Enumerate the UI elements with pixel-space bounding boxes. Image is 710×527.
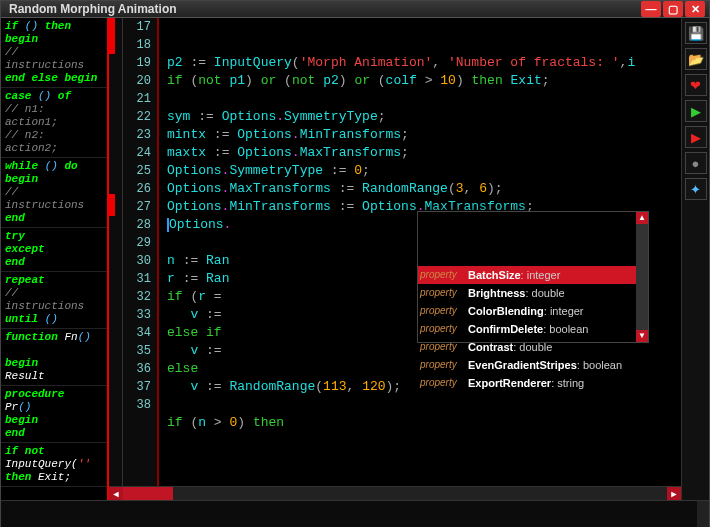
line-number[interactable]: 33 (123, 306, 151, 324)
line-number[interactable]: 21 (123, 90, 151, 108)
line-number[interactable]: 24 (123, 144, 151, 162)
line-number[interactable]: 23 (123, 126, 151, 144)
snippet-item[interactable]: tryexceptend; (1, 228, 107, 272)
breakpoint-marker[interactable] (109, 18, 115, 54)
output-panel[interactable] (1, 500, 709, 527)
line-number[interactable]: 30 (123, 252, 151, 270)
code-line[interactable] (167, 396, 681, 414)
snippet-item[interactable]: if () then begin// instructionsend else … (1, 18, 107, 88)
line-number[interactable]: 27 (123, 198, 151, 216)
code-editor[interactable]: 1718192021222324252627282930313233343536… (109, 18, 681, 486)
upper-pane: if () then begin// instructionsend else … (1, 18, 709, 500)
snippet-item[interactable]: case () of// n1: action1;// n2: action2; (1, 88, 107, 158)
app-window: Random Morphing Animation — ▢ ✕ if () th… (0, 0, 710, 527)
line-number[interactable]: 22 (123, 108, 151, 126)
code-line[interactable]: if (not p1) or (not p2) or (colf > 10) t… (167, 72, 681, 90)
code-line[interactable] (167, 90, 681, 108)
line-number[interactable]: 20 (123, 72, 151, 90)
line-number[interactable]: 29 (123, 234, 151, 252)
right-toolbar: 💾📂❤▶▶●✦ (681, 18, 709, 500)
snippets-sidebar[interactable]: if () then begin// instructionsend else … (1, 18, 109, 500)
scroll-track[interactable] (123, 487, 667, 501)
open-icon[interactable]: 📂 (685, 48, 707, 70)
run-icon[interactable]: ▶ (685, 100, 707, 122)
line-number[interactable]: 28 (123, 216, 151, 234)
maximize-button[interactable]: ▢ (663, 1, 683, 17)
code-line[interactable] (167, 432, 681, 450)
line-number[interactable]: 26 (123, 180, 151, 198)
code-line[interactable]: if (n > 0) then (167, 414, 681, 432)
editor-hscrollbar[interactable]: ◄ ► (109, 486, 681, 500)
line-number[interactable]: 37 (123, 378, 151, 396)
code-line[interactable]: mintx := Options.MinTransforms; (167, 126, 681, 144)
scroll-left-icon[interactable]: ◄ (109, 487, 123, 501)
autocomplete-popup[interactable]: ▲ ▼ property BatchSize: integerproperty … (417, 211, 649, 343)
code-line[interactable]: Options.SymmetryType := 0; (167, 162, 681, 180)
autocomplete-item[interactable]: property ColorBlending: integer (418, 302, 648, 320)
autocomplete-item[interactable]: property ConfirmDelete: boolean (418, 320, 648, 338)
line-number[interactable]: 31 (123, 270, 151, 288)
scroll-down-icon[interactable]: ▼ (636, 330, 648, 342)
line-number[interactable]: 36 (123, 360, 151, 378)
scroll-right-icon[interactable]: ► (667, 487, 681, 501)
snippet-item[interactable]: if notInputQuery('',then Exit; (1, 443, 107, 487)
line-number[interactable]: 38 (123, 396, 151, 414)
fold-ruler[interactable] (109, 18, 123, 486)
line-number[interactable]: 18 (123, 36, 151, 54)
autocomplete-item[interactable]: property Contrast: double (418, 338, 648, 356)
sparkle-icon[interactable]: ✦ (685, 178, 707, 200)
line-number[interactable]: 19 (123, 54, 151, 72)
snippet-item[interactable]: repeat// instructionsuntil (); (1, 272, 107, 329)
snippet-item[interactable]: while () do begin// instructionsend; (1, 158, 107, 228)
heart-icon[interactable]: ❤ (685, 74, 707, 96)
code-line[interactable]: Options.MaxTransforms := RandomRange(3, … (167, 180, 681, 198)
snippet-item[interactable]: procedure Pr();beginend; (1, 386, 107, 443)
code-line[interactable]: p2 := InputQuery('Morph Animation', 'Num… (167, 54, 681, 72)
autocomplete-scrollbar[interactable]: ▲ ▼ (636, 212, 648, 342)
editor-area: 1718192021222324252627282930313233343536… (109, 18, 681, 500)
window-title: Random Morphing Animation (5, 2, 639, 16)
window-body: if () then begin// instructionsend else … (1, 18, 709, 527)
record-icon[interactable]: ▶ (685, 126, 707, 148)
line-number[interactable]: 25 (123, 162, 151, 180)
line-number[interactable]: 32 (123, 288, 151, 306)
autocomplete-item[interactable]: property Brightness: double (418, 284, 648, 302)
code-view[interactable]: p2 := InputQuery('Morph Animation', 'Num… (159, 18, 681, 486)
save-icon[interactable]: 💾 (685, 22, 707, 44)
code-line[interactable]: maxtx := Options.MaxTransforms; (167, 144, 681, 162)
minimize-button[interactable]: — (641, 1, 661, 17)
titlebar[interactable]: Random Morphing Animation — ▢ ✕ (1, 1, 709, 18)
scroll-up-icon[interactable]: ▲ (636, 212, 648, 224)
breakpoint-marker[interactable] (109, 194, 115, 216)
snippet-item[interactable]: function Fn(): variabeginResult := (1, 329, 107, 386)
line-number[interactable]: 17 (123, 18, 151, 36)
line-gutter[interactable]: 1718192021222324252627282930313233343536… (123, 18, 159, 486)
line-number[interactable]: 34 (123, 324, 151, 342)
stop-icon[interactable]: ● (685, 152, 707, 174)
scroll-thumb[interactable] (123, 487, 173, 501)
line-number[interactable]: 35 (123, 342, 151, 360)
close-button[interactable]: ✕ (685, 1, 705, 17)
autocomplete-item[interactable]: property ExportRenderer: string (418, 374, 648, 392)
autocomplete-item[interactable]: property EvenGradientStripes: boolean (418, 356, 648, 374)
output-scrollbar[interactable] (697, 501, 709, 527)
code-line[interactable]: sym := Options.SymmetryType; (167, 108, 681, 126)
autocomplete-item[interactable]: property BatchSize: integer (418, 266, 648, 284)
